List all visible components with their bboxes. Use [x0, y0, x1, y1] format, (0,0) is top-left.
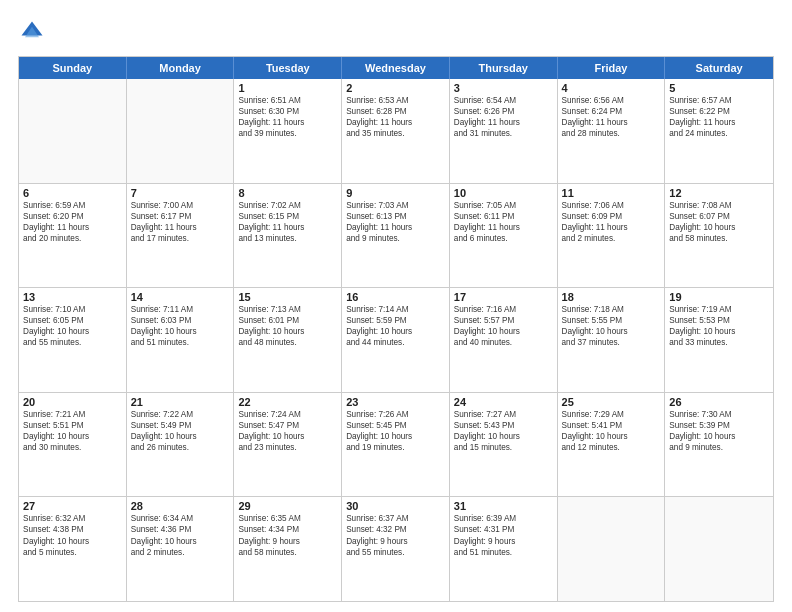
sunrise-text: Sunrise: 7:08 AM — [669, 200, 769, 211]
sunset-text: Sunset: 6:09 PM — [562, 211, 661, 222]
daylight-minutes: and 9 minutes. — [669, 442, 769, 453]
sunset-text: Sunset: 6:11 PM — [454, 211, 553, 222]
daylight-minutes: and 30 minutes. — [23, 442, 122, 453]
day-cell-3: 3Sunrise: 6:54 AMSunset: 6:26 PMDaylight… — [450, 79, 558, 183]
day-cell-15: 15Sunrise: 7:13 AMSunset: 6:01 PMDayligh… — [234, 288, 342, 392]
daylight-hours: Daylight: 10 hours — [238, 326, 337, 337]
day-cell-18: 18Sunrise: 7:18 AMSunset: 5:55 PMDayligh… — [558, 288, 666, 392]
calendar-week-5: 27Sunrise: 6:32 AMSunset: 4:38 PMDayligh… — [19, 496, 773, 601]
daylight-hours: Daylight: 10 hours — [562, 431, 661, 442]
sunrise-text: Sunrise: 7:26 AM — [346, 409, 445, 420]
sunset-text: Sunset: 4:34 PM — [238, 524, 337, 535]
day-cell-8: 8Sunrise: 7:02 AMSunset: 6:15 PMDaylight… — [234, 184, 342, 288]
calendar-body: 1Sunrise: 6:51 AMSunset: 6:30 PMDaylight… — [19, 79, 773, 601]
day-cell-6: 6Sunrise: 6:59 AMSunset: 6:20 PMDaylight… — [19, 184, 127, 288]
daylight-minutes: and 17 minutes. — [131, 233, 230, 244]
sunrise-text: Sunrise: 6:53 AM — [346, 95, 445, 106]
day-number: 6 — [23, 187, 122, 199]
daylight-hours: Daylight: 11 hours — [562, 222, 661, 233]
sunset-text: Sunset: 5:43 PM — [454, 420, 553, 431]
sunset-text: Sunset: 6:24 PM — [562, 106, 661, 117]
sunset-text: Sunset: 4:36 PM — [131, 524, 230, 535]
day-number: 7 — [131, 187, 230, 199]
day-number: 27 — [23, 500, 122, 512]
day-cell-24: 24Sunrise: 7:27 AMSunset: 5:43 PMDayligh… — [450, 393, 558, 497]
daylight-hours: Daylight: 11 hours — [238, 222, 337, 233]
day-cell-9: 9Sunrise: 7:03 AMSunset: 6:13 PMDaylight… — [342, 184, 450, 288]
sunset-text: Sunset: 4:31 PM — [454, 524, 553, 535]
daylight-hours: Daylight: 11 hours — [346, 222, 445, 233]
day-cell-27: 27Sunrise: 6:32 AMSunset: 4:38 PMDayligh… — [19, 497, 127, 601]
day-cell-21: 21Sunrise: 7:22 AMSunset: 5:49 PMDayligh… — [127, 393, 235, 497]
daylight-minutes: and 12 minutes. — [562, 442, 661, 453]
day-header-wednesday: Wednesday — [342, 57, 450, 79]
day-cell-29: 29Sunrise: 6:35 AMSunset: 4:34 PMDayligh… — [234, 497, 342, 601]
daylight-hours: Daylight: 10 hours — [23, 431, 122, 442]
daylight-minutes: and 37 minutes. — [562, 337, 661, 348]
sunrise-text: Sunrise: 6:32 AM — [23, 513, 122, 524]
daylight-hours: Daylight: 10 hours — [346, 431, 445, 442]
daylight-hours: Daylight: 10 hours — [346, 326, 445, 337]
daylight-minutes: and 15 minutes. — [454, 442, 553, 453]
empty-cell — [19, 79, 127, 183]
daylight-minutes: and 19 minutes. — [346, 442, 445, 453]
day-number: 10 — [454, 187, 553, 199]
day-number: 29 — [238, 500, 337, 512]
daylight-minutes: and 40 minutes. — [454, 337, 553, 348]
daylight-minutes: and 35 minutes. — [346, 128, 445, 139]
daylight-hours: Daylight: 11 hours — [238, 117, 337, 128]
sunset-text: Sunset: 6:22 PM — [669, 106, 769, 117]
day-cell-14: 14Sunrise: 7:11 AMSunset: 6:03 PMDayligh… — [127, 288, 235, 392]
daylight-hours: Daylight: 10 hours — [454, 431, 553, 442]
day-number: 20 — [23, 396, 122, 408]
calendar-week-2: 6Sunrise: 6:59 AMSunset: 6:20 PMDaylight… — [19, 183, 773, 288]
daylight-hours: Daylight: 10 hours — [131, 326, 230, 337]
logo-icon — [18, 18, 46, 46]
sunset-text: Sunset: 4:38 PM — [23, 524, 122, 535]
day-number: 28 — [131, 500, 230, 512]
sunset-text: Sunset: 6:07 PM — [669, 211, 769, 222]
day-header-thursday: Thursday — [450, 57, 558, 79]
day-header-saturday: Saturday — [665, 57, 773, 79]
day-cell-7: 7Sunrise: 7:00 AMSunset: 6:17 PMDaylight… — [127, 184, 235, 288]
daylight-hours: Daylight: 11 hours — [131, 222, 230, 233]
daylight-hours: Daylight: 11 hours — [23, 222, 122, 233]
sunrise-text: Sunrise: 7:05 AM — [454, 200, 553, 211]
day-cell-4: 4Sunrise: 6:56 AMSunset: 6:24 PMDaylight… — [558, 79, 666, 183]
day-cell-23: 23Sunrise: 7:26 AMSunset: 5:45 PMDayligh… — [342, 393, 450, 497]
day-cell-1: 1Sunrise: 6:51 AMSunset: 6:30 PMDaylight… — [234, 79, 342, 183]
day-cell-22: 22Sunrise: 7:24 AMSunset: 5:47 PMDayligh… — [234, 393, 342, 497]
day-number: 15 — [238, 291, 337, 303]
daylight-minutes: and 9 minutes. — [346, 233, 445, 244]
daylight-hours: Daylight: 11 hours — [669, 117, 769, 128]
daylight-hours: Daylight: 10 hours — [131, 536, 230, 547]
day-cell-19: 19Sunrise: 7:19 AMSunset: 5:53 PMDayligh… — [665, 288, 773, 392]
daylight-hours: Daylight: 10 hours — [562, 326, 661, 337]
daylight-minutes: and 23 minutes. — [238, 442, 337, 453]
daylight-hours: Daylight: 9 hours — [346, 536, 445, 547]
day-number: 5 — [669, 82, 769, 94]
day-cell-2: 2Sunrise: 6:53 AMSunset: 6:28 PMDaylight… — [342, 79, 450, 183]
sunrise-text: Sunrise: 6:34 AM — [131, 513, 230, 524]
sunrise-text: Sunrise: 6:51 AM — [238, 95, 337, 106]
daylight-minutes: and 48 minutes. — [238, 337, 337, 348]
day-header-tuesday: Tuesday — [234, 57, 342, 79]
day-cell-16: 16Sunrise: 7:14 AMSunset: 5:59 PMDayligh… — [342, 288, 450, 392]
day-number: 12 — [669, 187, 769, 199]
sunrise-text: Sunrise: 7:00 AM — [131, 200, 230, 211]
daylight-hours: Daylight: 9 hours — [238, 536, 337, 547]
sunrise-text: Sunrise: 6:59 AM — [23, 200, 122, 211]
calendar-week-4: 20Sunrise: 7:21 AMSunset: 5:51 PMDayligh… — [19, 392, 773, 497]
calendar: SundayMondayTuesdayWednesdayThursdayFrid… — [18, 56, 774, 602]
day-number: 22 — [238, 396, 337, 408]
day-number: 23 — [346, 396, 445, 408]
daylight-minutes: and 26 minutes. — [131, 442, 230, 453]
day-number: 21 — [131, 396, 230, 408]
calendar-header: SundayMondayTuesdayWednesdayThursdayFrid… — [19, 57, 773, 79]
sunrise-text: Sunrise: 7:29 AM — [562, 409, 661, 420]
calendar-week-1: 1Sunrise: 6:51 AMSunset: 6:30 PMDaylight… — [19, 79, 773, 183]
sunset-text: Sunset: 5:49 PM — [131, 420, 230, 431]
sunrise-text: Sunrise: 7:30 AM — [669, 409, 769, 420]
daylight-minutes: and 33 minutes. — [669, 337, 769, 348]
daylight-minutes: and 24 minutes. — [669, 128, 769, 139]
